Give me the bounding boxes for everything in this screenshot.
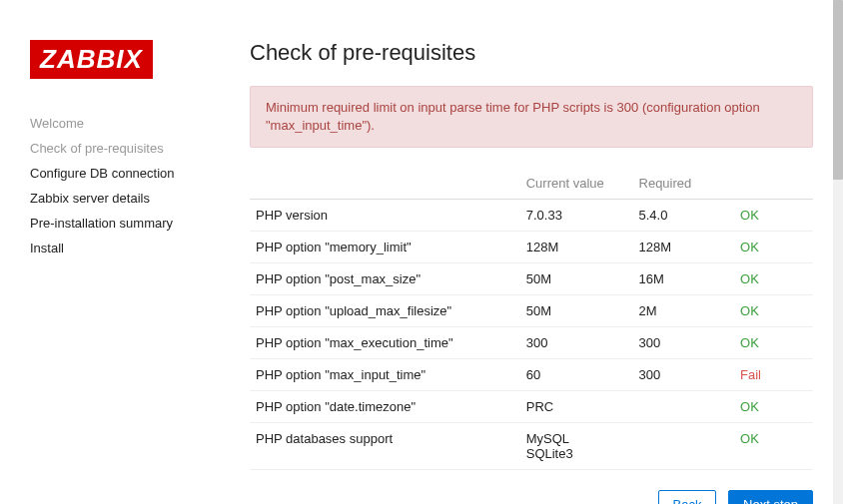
cell-current: 7.0.33 xyxy=(520,200,633,232)
cell-current: MySQLSQLite3 xyxy=(520,423,633,470)
cell-name: PHP option "max_input_time" xyxy=(250,359,520,391)
cell-required: 16M xyxy=(633,263,735,295)
cell-current: 50M xyxy=(520,295,633,327)
table-row: PHP option "upload_max_filesize"50M2MOK xyxy=(250,295,813,327)
table-row: PHP version7.0.335.4.0OK xyxy=(250,200,813,232)
cell-current: PRC xyxy=(520,391,633,423)
cell-required xyxy=(633,423,735,470)
header-required: Required xyxy=(633,168,735,200)
sidebar-item-0[interactable]: Welcome xyxy=(30,111,230,136)
sidebar-item-2[interactable]: Configure DB connection xyxy=(30,161,230,186)
cell-current: 50M xyxy=(520,263,633,295)
cell-status: OK xyxy=(734,263,813,295)
cell-status: OK xyxy=(734,327,813,359)
cell-status: OK xyxy=(734,200,813,232)
header-status xyxy=(734,168,813,200)
nav-list: WelcomeCheck of pre-requisitesConfigure … xyxy=(30,111,230,260)
table-row: PHP option "post_max_size"50M16MOK xyxy=(250,263,813,295)
cell-current: 60 xyxy=(520,359,633,391)
cell-status: Fail xyxy=(734,359,813,391)
table-row: PHP option "date.timezone"PRCOK xyxy=(250,391,813,423)
sidebar: ZABBIX WelcomeCheck of pre-requisitesCon… xyxy=(30,40,230,484)
cell-required: 300 xyxy=(633,327,735,359)
table-row: PHP option "max_input_time"60300Fail xyxy=(250,359,813,391)
alert-error: Minimum required limit on input parse ti… xyxy=(250,86,813,148)
table-row: PHP option "memory_limit"128M128MOK xyxy=(250,232,813,263)
prereq-table: Current value Required PHP version7.0.33… xyxy=(250,168,813,470)
cell-status: OK xyxy=(734,295,813,327)
main-content: Check of pre-requisites Minimum required… xyxy=(230,40,813,484)
cell-required: 128M xyxy=(633,232,735,263)
cell-name: PHP option "memory_limit" xyxy=(250,232,520,263)
cell-name: PHP option "max_execution_time" xyxy=(250,327,520,359)
header-current: Current value xyxy=(520,168,633,200)
button-row: Back Next step xyxy=(250,490,813,504)
back-button[interactable]: Back xyxy=(658,490,717,504)
sidebar-item-4[interactable]: Pre-installation summary xyxy=(30,211,230,236)
next-step-button[interactable]: Next step xyxy=(728,490,813,504)
cell-required: 300 xyxy=(633,359,735,391)
cell-name: PHP version xyxy=(250,200,520,232)
sidebar-item-5[interactable]: Install xyxy=(30,236,230,260)
logo: ZABBIX xyxy=(30,40,153,79)
cell-name: PHP option "date.timezone" xyxy=(250,391,520,423)
cell-current: 300 xyxy=(520,327,633,359)
cell-current: 128M xyxy=(520,232,633,263)
cell-status: OK xyxy=(734,423,813,470)
cell-required: 5.4.0 xyxy=(633,200,735,232)
header-name xyxy=(250,168,520,200)
cell-name: PHP option "post_max_size" xyxy=(250,263,520,295)
cell-name: PHP databases support xyxy=(250,423,520,470)
cell-status: OK xyxy=(734,391,813,423)
cell-status: OK xyxy=(734,232,813,263)
sidebar-item-1[interactable]: Check of pre-requisites xyxy=(30,136,230,161)
cell-name: PHP option "upload_max_filesize" xyxy=(250,295,520,327)
scrollbar-thumb[interactable] xyxy=(833,0,843,180)
cell-required: 2M xyxy=(633,295,735,327)
sidebar-item-3[interactable]: Zabbix server details xyxy=(30,186,230,211)
cell-required xyxy=(633,391,735,423)
page-title: Check of pre-requisites xyxy=(250,40,813,66)
scrollbar-track[interactable] xyxy=(833,0,843,504)
table-row: PHP option "max_execution_time"300300OK xyxy=(250,327,813,359)
table-row: PHP databases supportMySQLSQLite3OK xyxy=(250,423,813,470)
